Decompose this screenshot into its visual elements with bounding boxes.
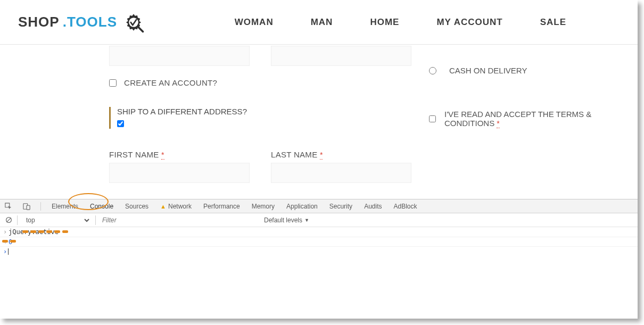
field-above-left[interactable] <box>109 46 250 66</box>
site-logo[interactable]: SHOP.TOOLS <box>18 11 145 34</box>
devtools-tab-adblock[interactable]: AdBlock <box>392 203 418 210</box>
annotation-underline-input <box>22 230 68 233</box>
svg-rect-3 <box>27 205 30 210</box>
create-account-label: CREATE AN ACCOUNT? <box>124 78 217 87</box>
main-nav: WOMAN MAN HOME MY ACCOUNT SALE <box>235 17 620 28</box>
nav-woman[interactable]: WOMAN <box>235 17 274 28</box>
svg-line-5 <box>6 218 11 222</box>
console-cursor[interactable] <box>8 248 9 255</box>
annotation-underline-output <box>2 240 18 243</box>
devtools-tab-performance[interactable]: Performance <box>202 203 241 210</box>
nav-sale[interactable]: SALE <box>540 17 566 28</box>
field-above-right[interactable] <box>271 46 411 66</box>
payment-cod-radio[interactable] <box>429 67 436 74</box>
chevron-down-icon: ▼ <box>304 218 309 223</box>
console-filter-input[interactable] <box>100 215 260 225</box>
devtools-panel: Elements Console Sources ▲Network Perfor… <box>0 199 638 256</box>
devtools-tab-audits[interactable]: Audits <box>363 203 383 210</box>
console-levels-select[interactable]: Default levels ▼ <box>264 216 309 224</box>
console-log: › jQuery.active ‹ 0 › <box>0 227 638 256</box>
last-name-label: LAST NAME <box>271 150 320 159</box>
devtools-tab-elements[interactable]: Elements <box>51 203 79 210</box>
checkout-form: CREATE AN ACCOUNT? SHIP TO A DIFFERENT A… <box>0 45 638 199</box>
nav-my-account[interactable]: MY ACCOUNT <box>436 17 502 28</box>
devtools-tab-sources[interactable]: Sources <box>124 203 150 210</box>
last-name-input[interactable] <box>271 163 411 183</box>
inspect-icon[interactable] <box>4 202 13 211</box>
ship-different-label: SHIP TO A DIFFERENT ADDRESS? <box>117 107 247 116</box>
first-name-label: FIRST NAME <box>109 150 161 159</box>
payment-cod-label: CASH ON DELIVERY <box>449 66 527 75</box>
nav-home[interactable]: HOME <box>370 17 399 28</box>
console-input-chevron-icon: › <box>3 228 9 236</box>
warning-icon: ▲ <box>160 203 166 210</box>
terms-label: I'VE READ AND ACCEPT THE TERMS & CONDITI… <box>444 110 591 128</box>
logo-text-tools: .TOOLS <box>63 14 117 30</box>
devtools-tab-memory[interactable]: Memory <box>251 203 276 210</box>
terms-required: * <box>497 119 499 128</box>
console-context-select[interactable]: top <box>22 215 91 226</box>
devtools-tab-console[interactable]: Console <box>89 203 114 210</box>
last-name-required: * <box>320 151 323 160</box>
ship-different-checkbox[interactable] <box>117 120 124 127</box>
console-prompt-chevron-icon: › <box>3 248 7 255</box>
logo-text-shop: SHOP <box>18 14 60 30</box>
site-header: SHOP.TOOLS WOMAN MAN HOME MY ACCOUNT SAL… <box>0 0 638 45</box>
clear-console-icon[interactable] <box>4 216 13 224</box>
nav-man[interactable]: MAN <box>311 17 333 28</box>
terms-checkbox[interactable] <box>429 115 436 122</box>
svg-line-1 <box>138 27 143 31</box>
devtools-tab-security[interactable]: Security <box>328 203 353 210</box>
first-name-required: * <box>161 151 164 160</box>
devtools-tab-application[interactable]: Application <box>285 203 319 210</box>
devtools-tab-network[interactable]: ▲Network <box>159 203 193 210</box>
gear-icon <box>122 11 145 34</box>
create-account-checkbox[interactable] <box>109 79 117 87</box>
device-toggle-icon[interactable] <box>22 202 31 211</box>
first-name-input[interactable] <box>109 163 250 183</box>
